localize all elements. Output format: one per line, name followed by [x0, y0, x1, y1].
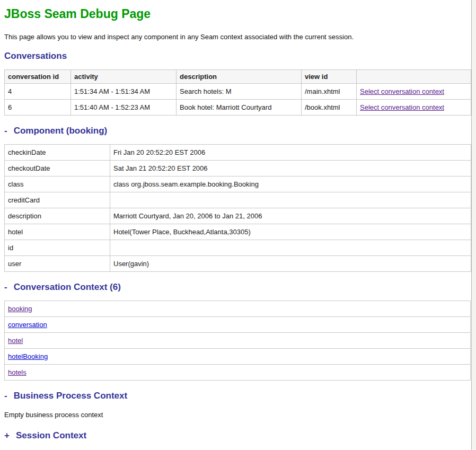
- select-conversation-context-link[interactable]: Select conversation context: [360, 103, 444, 111]
- context-entry-cell: hotels: [5, 365, 471, 381]
- property-name-cell: description: [5, 208, 110, 224]
- property-row: hotel Hotel(Tower Place, Buckhead,Atlant…: [5, 224, 471, 240]
- property-name-cell: hotel: [5, 224, 110, 240]
- conversation-id-cell: 6: [5, 100, 71, 116]
- empty-business-process-message: Empty business process context: [4, 411, 471, 419]
- context-entry-link[interactable]: conversation: [8, 321, 47, 329]
- activity-cell: 1:51:40 AM - 1:52:23 AM: [71, 100, 177, 116]
- conversations-header-row: conversation id activity description vie…: [5, 70, 471, 84]
- conversations-table: conversation id activity description vie…: [4, 69, 471, 116]
- context-entry-cell: conversation: [5, 317, 471, 333]
- column-description: description: [177, 70, 302, 84]
- property-row: checkinDate Fri Jan 20 20:52:20 EST 2006: [5, 145, 471, 161]
- view-id-cell: /main.xhtml: [302, 84, 357, 100]
- description-cell: Book hotel: Marriott Courtyard: [177, 100, 302, 116]
- context-entry-row: hotelBooking: [5, 349, 471, 365]
- property-row: creditCard: [5, 192, 471, 208]
- description-cell: Search hotels: M: [177, 84, 302, 100]
- property-value-cell: Sat Jan 21 20:52:20 EST 2006: [110, 161, 471, 177]
- activity-cell: 1:51:34 AM - 1:51:34 AM: [71, 84, 177, 100]
- property-name-cell: id: [5, 240, 110, 256]
- conversation-row: 4 1:51:34 AM - 1:51:34 AM Search hotels:…: [5, 84, 471, 100]
- property-value-cell: Hotel(Tower Place, Buckhead,Atlanta,3030…: [110, 224, 471, 240]
- property-value-cell: [110, 240, 471, 256]
- property-value-cell: Fri Jan 20 20:52:20 EST 2006: [110, 145, 471, 161]
- property-row: checkoutDate Sat Jan 21 20:52:20 EST 200…: [5, 161, 471, 177]
- column-conversation-id: conversation id: [5, 70, 71, 84]
- property-value-cell: Marriott Courtyard, Jan 20, 2006 to Jan …: [110, 208, 471, 224]
- conversation-context-section-heading: -Conversation Context (6): [4, 282, 471, 293]
- context-entry-row: conversation: [5, 317, 471, 333]
- collapse-toggle-icon[interactable]: -: [4, 282, 7, 293]
- actions-cell: Select conversation context: [357, 100, 471, 116]
- conversation-context-heading-label: Conversation Context (6): [14, 282, 121, 292]
- select-conversation-context-link[interactable]: Select conversation context: [360, 87, 444, 95]
- business-process-context-heading-label: Business Process Context: [14, 391, 127, 401]
- expand-toggle-icon[interactable]: +: [4, 430, 10, 441]
- property-row: user User(gavin): [5, 256, 471, 272]
- conversation-context-table: booking conversation hotel hotelBooking: [4, 301, 471, 381]
- column-view-id: view id: [302, 70, 357, 84]
- context-entry-link[interactable]: hotel: [8, 337, 23, 345]
- property-name-cell: creditCard: [5, 192, 110, 208]
- property-row: class class org.jboss.seam.example.booki…: [5, 177, 471, 192]
- view-id-cell: /book.xhtml: [302, 100, 357, 116]
- session-context-heading-label: Session Context: [16, 430, 86, 440]
- page-title: JBoss Seam Debug Page: [4, 6, 471, 21]
- session-context-section-heading: +Session Context: [4, 430, 471, 441]
- context-entry-link[interactable]: hotelBooking: [8, 352, 48, 360]
- browser-viewport: JBoss Seam Debug Page This page allows y…: [0, 0, 476, 450]
- context-entry-row: booking: [5, 301, 471, 317]
- context-entry-row: hotel: [5, 333, 471, 349]
- property-name-cell: user: [5, 256, 110, 272]
- window-edge-strip: [472, 0, 476, 450]
- intro-text: This page allows you to view and inspect…: [4, 33, 471, 41]
- column-actions: [357, 70, 471, 84]
- property-row: description Marriott Courtyard, Jan 20, …: [5, 208, 471, 224]
- property-name-cell: class: [5, 177, 110, 192]
- business-process-context-section-heading: -Business Process Context: [4, 391, 471, 401]
- context-entry-row: hotels: [5, 365, 471, 381]
- conversation-id-cell: 4: [5, 84, 71, 100]
- context-entry-link[interactable]: booking: [8, 305, 32, 313]
- component-heading-label: Component (booking): [14, 126, 108, 136]
- property-row: id: [5, 240, 471, 256]
- column-activity: activity: [71, 70, 177, 84]
- seam-debug-page: JBoss Seam Debug Page This page allows y…: [0, 0, 472, 450]
- context-entry-cell: hotelBooking: [5, 349, 471, 365]
- conversation-row: 6 1:51:40 AM - 1:52:23 AM Book hotel: Ma…: [5, 100, 471, 116]
- conversations-heading: Conversations: [4, 51, 471, 61]
- component-properties-table: checkinDate Fri Jan 20 20:52:20 EST 2006…: [4, 144, 471, 272]
- property-name-cell: checkoutDate: [5, 161, 110, 177]
- property-name-cell: checkinDate: [5, 145, 110, 161]
- collapse-toggle-icon[interactable]: -: [4, 126, 7, 136]
- property-value-cell: [110, 192, 471, 208]
- property-value-cell: User(gavin): [110, 256, 471, 272]
- component-section-heading: -Component (booking): [4, 126, 471, 136]
- context-entry-cell: booking: [5, 301, 471, 317]
- context-entry-link[interactable]: hotels: [8, 368, 27, 376]
- collapse-toggle-icon[interactable]: -: [4, 391, 7, 401]
- actions-cell: Select conversation context: [357, 84, 471, 100]
- context-entry-cell: hotel: [5, 333, 471, 349]
- property-value-cell: class org.jboss.seam.example.booking.Boo…: [110, 177, 471, 192]
